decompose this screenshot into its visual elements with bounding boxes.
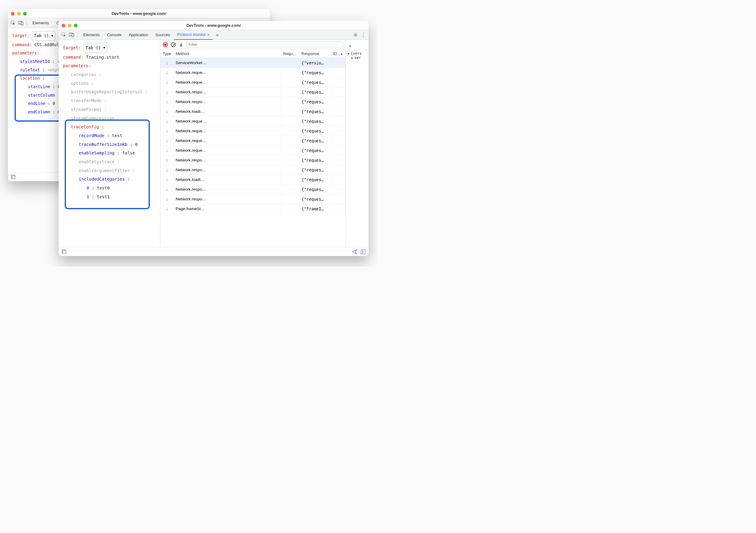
target-select[interactable]: Tab ()▼	[32, 31, 55, 41]
inspect-icon[interactable]	[10, 20, 16, 26]
col-response[interactable]: Response	[300, 49, 332, 58]
grid-header[interactable]: Type Method Requ… Response El…▴	[160, 49, 345, 58]
cell-method: Network.respo…	[174, 155, 282, 165]
send-icon[interactable]	[352, 249, 358, 255]
tree-row[interactable]: ▶ver	[348, 56, 367, 60]
record-icon[interactable]	[163, 42, 168, 47]
svg-rect-2	[21, 22, 23, 25]
col-elapsed[interactable]: El…▴	[332, 49, 345, 58]
tree-row[interactable]: ▼{vers	[348, 51, 367, 56]
cell-method: ServiceWorker…	[174, 58, 282, 68]
tab-elements[interactable]: Elements	[80, 30, 103, 40]
col-request[interactable]: Requ…	[282, 49, 300, 58]
col-method[interactable]: Method	[174, 49, 282, 58]
grid-body: ↓ServiceWorker…{"versio…↓Network.reque…{…	[160, 58, 345, 247]
grid-row[interactable]: ↓Network.loadi…{"reques…	[160, 107, 345, 117]
traffic-lights[interactable]	[11, 12, 27, 15]
cell-request	[282, 68, 300, 77]
cell-request	[282, 97, 300, 106]
grid-row[interactable]: ↓Network.loadi…{"reques…	[160, 175, 345, 184]
cell-method: Network.respo…	[174, 87, 282, 97]
grid-row[interactable]: ↓Network.respo…{"reques…	[160, 87, 345, 97]
cell-elapsed	[332, 126, 345, 136]
cell-method: Network.reque…	[174, 77, 282, 87]
tab-protocol-monitor[interactable]: Protocol monitor×	[174, 30, 213, 40]
close-icon[interactable]: ×	[207, 32, 210, 37]
cell-response: {"reques…	[300, 146, 332, 155]
target-select[interactable]: Tab ()▼	[83, 43, 107, 53]
minimize-dot-icon[interactable]	[17, 12, 21, 15]
detail-pane: » ▼{vers ▶ver	[346, 40, 368, 247]
col-type[interactable]: Type	[160, 49, 174, 58]
cell-elapsed	[332, 68, 345, 77]
devtools-window-b: DevTools - www.google.com/ Elements Cons…	[59, 21, 368, 256]
cell-method: Network.respo…	[174, 194, 282, 204]
cell-request	[282, 77, 300, 87]
cell-request	[282, 184, 300, 194]
grid-row[interactable]: ↓Network.respo…{"reques…	[160, 155, 345, 165]
zoom-dot-icon[interactable]	[23, 12, 27, 15]
traffic-lights[interactable]	[62, 24, 77, 27]
cell-method: Network.reque…	[174, 68, 282, 77]
svg-rect-4	[12, 176, 15, 179]
close-dot-icon[interactable]	[62, 24, 65, 27]
cell-request	[282, 136, 300, 145]
tab-elements[interactable]: Elements	[30, 18, 52, 28]
grid-row[interactable]: ↓Network.reque…{"reques…	[160, 68, 345, 77]
cell-response: {"reques…	[300, 175, 332, 184]
arrow-down-icon: ↓	[166, 176, 168, 183]
grid-row[interactable]: ↓Network.reque…{"reques…	[160, 146, 345, 155]
window-title: DevTools - www.google.com/	[59, 23, 368, 28]
device-icon[interactable]	[18, 20, 24, 26]
cell-request	[282, 87, 300, 97]
grid-row[interactable]: ↓Network.reque…{"reques…	[160, 136, 345, 146]
grid-row[interactable]: ↓Page.frameSt…{"frameI…	[160, 204, 345, 214]
tab-application[interactable]: Application	[126, 30, 151, 40]
minimize-dot-icon[interactable]	[68, 24, 71, 27]
drawer-icon[interactable]	[11, 175, 16, 180]
zoom-dot-icon[interactable]	[74, 24, 77, 27]
tab-bar: Elements Console Application Sources Pro…	[59, 30, 368, 40]
cell-request	[282, 204, 300, 213]
cell-elapsed	[332, 146, 345, 155]
arrow-down-icon: ↓	[166, 147, 168, 154]
cell-elapsed	[332, 204, 345, 213]
cell-response: {"reques…	[300, 165, 332, 175]
footer	[59, 247, 368, 256]
more-tabs-icon[interactable]: »	[349, 43, 351, 48]
grid-row[interactable]: ↓Network.reque…{"reques…	[160, 77, 345, 87]
cell-request	[282, 175, 300, 184]
close-dot-icon[interactable]	[11, 12, 14, 15]
filter-input[interactable]	[187, 42, 343, 48]
inspect-icon[interactable]	[61, 32, 67, 38]
cell-request	[282, 194, 300, 204]
cell-elapsed	[332, 77, 345, 87]
panel-toggle-icon[interactable]	[361, 249, 365, 254]
titlebar: DevTools - www.google.com/	[8, 9, 270, 18]
clear-icon[interactable]	[171, 42, 176, 47]
drawer-icon[interactable]	[62, 249, 67, 254]
cell-elapsed	[332, 184, 345, 194]
cell-method: Network.reque…	[174, 146, 282, 155]
download-icon[interactable]	[179, 42, 183, 47]
kebab-icon[interactable]: ⋮	[360, 32, 367, 38]
cell-response: {"reques…	[300, 68, 332, 77]
arrow-down-icon: ↓	[166, 137, 168, 144]
grid-row[interactable]: ↓Network.reque…{"reques…	[160, 126, 345, 136]
window-title: DevTools - www.google.com/	[8, 11, 270, 16]
grid-row[interactable]: ↓ServiceWorker…{"versio…	[160, 58, 345, 68]
grid-row[interactable]: ↓Network.respo…{"reques…	[160, 165, 345, 175]
cell-elapsed	[332, 58, 345, 68]
tab-sources[interactable]: Sources	[152, 30, 173, 40]
cell-elapsed	[332, 165, 345, 175]
device-icon[interactable]	[68, 32, 75, 38]
gear-icon[interactable]	[352, 32, 359, 38]
cell-method: Network.reque…	[174, 136, 282, 145]
tab-console[interactable]: Console	[104, 30, 124, 40]
grid-row[interactable]: ↓Network.respo…{"reques…	[160, 97, 345, 107]
cell-method: Network.loadi…	[174, 175, 282, 184]
grid-row[interactable]: ↓Network.respo…{"reques…	[160, 194, 345, 204]
more-tabs-icon[interactable]: »	[214, 32, 221, 38]
grid-row[interactable]: ↓Network.reque…{"reques…	[160, 117, 345, 126]
grid-row[interactable]: ↓Network.respo…{"reques…	[160, 184, 345, 194]
